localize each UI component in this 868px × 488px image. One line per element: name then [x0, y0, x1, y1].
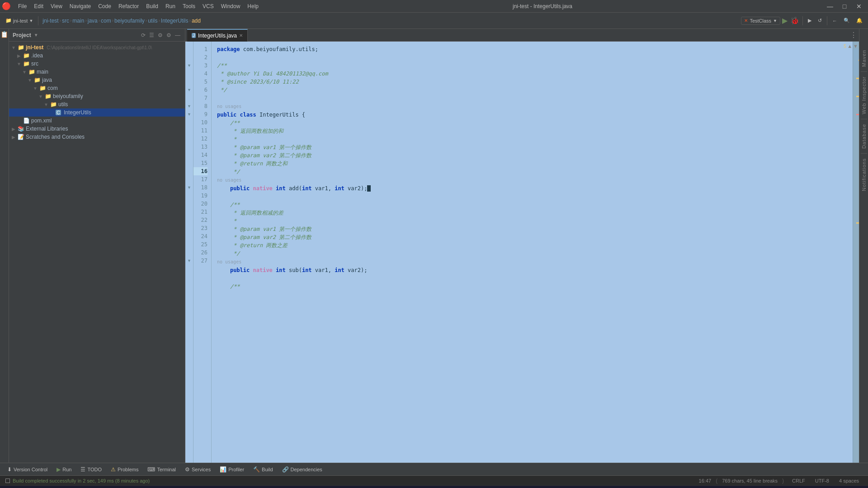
version-control-button[interactable]: ⬇ Version Control [4, 465, 51, 474]
project-toggle[interactable]: 📋 [1, 31, 8, 38]
tree-idea[interactable]: ▶ 📁 .idea [9, 52, 185, 60]
fold-6[interactable]: ▼ [185, 86, 193, 94]
close-button[interactable]: ✕ [852, 0, 866, 13]
chrome-icon[interactable]: 🌐 [257, 487, 274, 488]
chevron-down-icon[interactable]: ▼ [853, 43, 858, 49]
notifications-button[interactable]: 🔔 [854, 17, 865, 24]
app10-icon[interactable]: 🐧 [239, 487, 255, 488]
menu-navigate[interactable]: Navigate [66, 2, 94, 10]
terminal-button[interactable]: ⌨ Terminal [144, 465, 179, 474]
menu-tools[interactable]: Tools [179, 2, 199, 10]
web-inspector-label[interactable]: Web Inspector [860, 74, 868, 117]
menu-edit[interactable]: Edit [30, 2, 47, 10]
tree-com[interactable]: ▼ 📁 com [9, 84, 185, 92]
tree-external-libraries[interactable]: ▶ 📚 External Libraries [9, 125, 185, 133]
app14-icon[interactable]: ⬛ [366, 487, 382, 488]
app12-icon[interactable]: 💬 [330, 487, 346, 488]
menu-refactor[interactable]: Refactor [115, 2, 142, 10]
app6-icon[interactable]: 💻 [167, 487, 183, 488]
taskview-icon[interactable]: ⧉ [58, 487, 75, 488]
code-content[interactable]: package com.beiyoufamily.utils; /** * @a… [212, 42, 853, 463]
problems-button[interactable]: ⚠ Problems [107, 465, 142, 474]
bc-main[interactable]: main [72, 18, 84, 24]
bc-src[interactable]: src [62, 18, 69, 24]
sync-icon[interactable]: ⟳ [140, 31, 146, 39]
excel-icon[interactable]: 📊 [293, 487, 310, 488]
toolbar-project-select[interactable]: 📁 jni-test ▼ [3, 17, 36, 24]
code-editor[interactable]: ▼ ▼ ▼ ▼ ▼ [185, 42, 859, 463]
word-icon[interactable]: 📝 [275, 487, 292, 488]
tree-integer-utils[interactable]: ▶ C IntegerUtils [9, 108, 185, 117]
fold-8[interactable]: ▼ [185, 102, 193, 110]
notifications-label[interactable]: Notifications [860, 155, 868, 194]
scrollbar-area[interactable]: 5 ▲ ▼ [853, 42, 859, 463]
app15-icon[interactable]: 🟣 [384, 487, 400, 488]
run-button[interactable]: ▶ [781, 16, 788, 25]
run-panel-button[interactable]: ▶ Run [53, 465, 75, 474]
app13-icon[interactable]: 🗂 [348, 487, 364, 488]
tree-src[interactable]: ▼ 📁 src [9, 60, 185, 68]
bc-com[interactable]: com [101, 18, 111, 24]
menu-run[interactable]: Run [162, 2, 179, 10]
menu-file[interactable]: File [14, 2, 30, 10]
debug-button[interactable]: 🐞 [789, 16, 800, 25]
explorer-icon[interactable]: 🌾 [76, 487, 93, 488]
reload-button[interactable]: ↺ [815, 17, 825, 24]
filter-icon[interactable]: ⚙ [157, 31, 164, 39]
app9-icon[interactable]: 🎵 [221, 487, 237, 488]
app11-icon[interactable]: 🎯 [311, 487, 328, 488]
menu-build[interactable]: Build [142, 2, 162, 10]
services-button[interactable]: ⚙ Services [181, 465, 214, 474]
gear-icon[interactable]: ⚙ [165, 31, 172, 39]
tree-beiyoufamily[interactable]: ▼ 📁 beiyoufamily [9, 92, 185, 100]
chevron-up-icon[interactable]: ▲ [847, 43, 852, 49]
menu-help[interactable]: Help [244, 2, 262, 10]
bc-utils[interactable]: utils [148, 18, 157, 24]
bc-beiyoufamily[interactable]: beiyoufamily [114, 18, 145, 24]
build-button[interactable]: 🔨 Build [250, 465, 276, 474]
fold-18[interactable]: ▼ [185, 183, 193, 192]
start-button[interactable]: ⊞ [4, 487, 20, 488]
maximize-button[interactable]: □ [837, 0, 852, 13]
tab-integer-utils[interactable]: J IntegerUtils.java ✕ [187, 29, 248, 42]
scrollbar-thumb[interactable] [854, 49, 859, 76]
dependencies-button[interactable]: 🔗 Dependencies [278, 465, 326, 474]
minimize-panel-icon[interactable]: — [174, 31, 181, 39]
app8-icon[interactable]: 🎮 [203, 487, 219, 488]
menu-vcs[interactable]: VCS [199, 2, 217, 10]
mail-icon[interactable]: 📧 [113, 487, 129, 488]
app7-icon[interactable]: ⚙ [185, 487, 201, 488]
profiler-button[interactable]: 📊 Profiler [216, 465, 248, 474]
edge-icon[interactable]: 🔵 [94, 487, 111, 488]
collapse-all-icon[interactable]: ☰ [148, 31, 155, 39]
minimize-button[interactable]: — [823, 0, 837, 13]
tab-options-icon[interactable]: ⋮ [850, 31, 859, 39]
maven-panel-label[interactable]: Maven [860, 47, 868, 70]
todo-button[interactable]: ☰ TODO [77, 465, 105, 474]
run-config-dropdown[interactable]: ✕ TestClass ▼ [741, 17, 780, 25]
menu-view[interactable]: View [47, 2, 66, 10]
tree-pom[interactable]: ▶ 📄 pom.xml [9, 117, 185, 125]
menu-code[interactable]: Code [94, 2, 115, 10]
coverage-button[interactable]: ▶ [805, 17, 814, 24]
fold-3[interactable]: ▼ [185, 61, 193, 70]
store-icon[interactable]: 🛍 [131, 487, 147, 488]
tree-root[interactable]: ▼ 📁 jni-test C:\Applications\IntelliJ ID… [9, 43, 185, 52]
tree-main[interactable]: ▼ 📁 main [9, 68, 185, 76]
tab-close-icon[interactable]: ✕ [239, 33, 243, 38]
bc-project[interactable]: jni-test [42, 18, 58, 24]
menu-window[interactable]: Window [217, 2, 244, 10]
search-button[interactable]: 🔍 [841, 17, 853, 24]
fold-27[interactable]: ▼ [185, 257, 193, 265]
weather-widget[interactable]: ☁ 27°C 多云 [840, 487, 864, 488]
bc-java[interactable]: java [88, 18, 98, 24]
database-label[interactable]: Database [860, 121, 868, 151]
tree-utils[interactable]: ▼ 📁 utils [9, 100, 185, 108]
tree-scratches[interactable]: ▶ 📝 Scratches and Consoles [9, 133, 185, 141]
fold-9[interactable]: ▼ [185, 110, 193, 118]
bc-method[interactable]: add [192, 18, 201, 24]
intellij-icon[interactable]: 🔴 [149, 487, 165, 488]
back-button[interactable]: ← [830, 17, 840, 24]
tree-java[interactable]: ▼ 📁 java [9, 76, 185, 84]
bc-class[interactable]: IntegerUtils [161, 18, 189, 24]
